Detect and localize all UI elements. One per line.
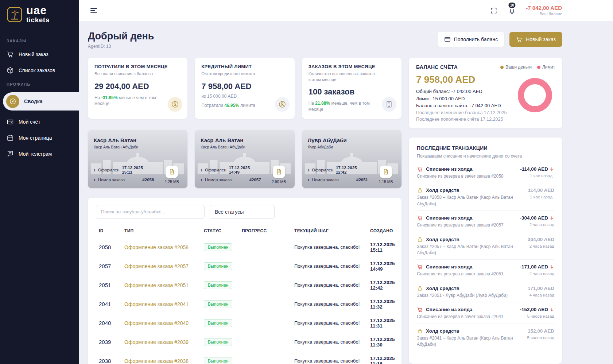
transaction-time: 5 часов назад bbox=[527, 314, 554, 318]
lock-icon bbox=[417, 236, 423, 243]
limit-legend-dot-icon bbox=[537, 66, 540, 69]
column-header-created: СОЗДАНО bbox=[367, 224, 410, 238]
table-row[interactable]: 2038 Оформление заказа #2038 Выполнен По… bbox=[96, 352, 410, 364]
order-type-link[interactable]: Оформление заказа #2058 bbox=[121, 238, 201, 257]
progress-cell bbox=[239, 314, 291, 333]
cart-icon bbox=[417, 306, 423, 313]
order-card-subtitle: Каср Аль Ватан АбуДаби bbox=[201, 145, 288, 149]
status-badge: Выполнен bbox=[204, 357, 232, 364]
recent-order-card[interactable]: Каср Аль Ватан Каср Аль Ватан АбуДаби › … bbox=[88, 130, 187, 188]
sidebar-item-new-order[interactable]: Новый заказ bbox=[0, 46, 79, 62]
balance-display[interactable]: -7 042,00 AED Ваш баланс bbox=[526, 5, 562, 16]
order-number-value: #2051 bbox=[356, 178, 373, 182]
transaction-description: Списание из резерва в зачет заказа #2051 bbox=[417, 271, 526, 277]
sidebar-item-label: Сводка bbox=[24, 98, 43, 104]
cart-icon bbox=[7, 51, 14, 58]
table-row[interactable]: 2039 Оформление заказа #2039 Выполнен По… bbox=[96, 333, 410, 352]
transaction-amount: -152,00 AED bbox=[520, 307, 554, 312]
order-type-link[interactable]: Оформление заказа #2041 bbox=[121, 295, 201, 314]
card-icon bbox=[444, 36, 451, 43]
order-type-link[interactable]: Оформление заказа #2038 bbox=[121, 352, 201, 364]
transaction-description: Заказ #2057 – Каср Аль Ватан (Каср Аль В… bbox=[417, 244, 526, 256]
table-row[interactable]: 2040 Оформление заказа #2040 Выполнен По… bbox=[96, 314, 410, 333]
sidebar-item-my-account[interactable]: Мой счёт bbox=[0, 114, 79, 130]
transaction-item[interactable]: Холд средств 152,00 AED Заказ #2041 – Ка… bbox=[417, 324, 554, 351]
transaction-description: Списание из резерва в зачет заказа #2057 bbox=[417, 222, 526, 228]
stat-note: Потратили 46.95% лимита bbox=[201, 102, 268, 109]
search-input[interactable] bbox=[96, 205, 205, 219]
status-badge: Выполнен bbox=[204, 338, 232, 346]
cart-icon bbox=[516, 36, 523, 43]
sidebar-item-summary[interactable]: Сводка bbox=[3, 92, 79, 111]
money-legend-dot-icon bbox=[500, 66, 504, 69]
transaction-item[interactable]: Списание из холда -304,00 AED bbox=[417, 211, 554, 232]
stat-note: На 21.88% меньше, чем в том месяце bbox=[309, 100, 375, 113]
transaction-title: Списание из холда bbox=[426, 307, 517, 312]
table-row[interactable]: 2057 Оформление заказа #2057 Выполнен По… bbox=[96, 257, 410, 276]
stat-value: 7 958,00 AED bbox=[201, 82, 251, 91]
created-cell: 17.12.2025 15:11 bbox=[367, 238, 410, 257]
transaction-amount: -114,00 AED bbox=[520, 166, 554, 172]
transaction-item[interactable]: Холд средств 171,00 AED Заказ #2051 - Лу… bbox=[417, 281, 554, 302]
recent-order-card[interactable]: Лувр АбуДаби Лувр АбуДаби › Оформлен 17.… bbox=[302, 130, 401, 188]
chevron-right-icon: › bbox=[94, 178, 96, 182]
brand-logo[interactable]: uae tickets bbox=[0, 0, 79, 35]
stat-card-spent: ПОТРАТИЛИ В ЭТОМ МЕСЯЦЕ Все ваши списани… bbox=[88, 58, 187, 119]
fullscreen-button[interactable] bbox=[489, 6, 498, 15]
order-id-cell: 2039 bbox=[96, 333, 121, 352]
arrow-down-icon bbox=[549, 307, 554, 312]
sidebar-item-label: Мой телеграм bbox=[19, 151, 52, 157]
transaction-item[interactable]: Списание из холда -114,00 AED bbox=[417, 162, 554, 183]
stat-card-orders-count: ЗАКАЗОВ В ЭТОМ МЕСЯЦЕ Количество выполне… bbox=[302, 58, 401, 119]
order-id-cell: 2041 bbox=[96, 295, 121, 314]
legend-money: Ваши деньги bbox=[500, 65, 532, 70]
transaction-item[interactable]: Списание из холда -152,00 AED bbox=[417, 302, 554, 324]
table-row[interactable]: 2041 Оформление заказа #2041 Выполнен По… bbox=[96, 295, 410, 314]
recent-order-card[interactable]: Каср Аль Ватан Каср Аль Ватан АбуДаби › … bbox=[195, 130, 294, 188]
stat-note: На -31.85% меньше чем в том месяце bbox=[94, 95, 161, 107]
transaction-amount: -304,00 AED bbox=[520, 215, 554, 221]
order-card-title: Лувр АбуДаби bbox=[308, 137, 396, 143]
last-topup-line: Последнее пополнение счёта 17.12.2025 bbox=[416, 117, 513, 122]
recent-orders-row: Каср Аль Ватан Каср Аль Ватан АбуДаби › … bbox=[88, 130, 401, 188]
current-step-cell: Покупка завершена, спасибо! bbox=[291, 276, 367, 295]
status-filter-select[interactable]: Все статусы bbox=[210, 205, 275, 219]
topbar: 10 -7 042,00 AED Ваш баланс bbox=[79, 0, 613, 21]
order-type-link[interactable]: Оформление заказа #2040 bbox=[121, 314, 201, 333]
table-row[interactable]: 2051 Оформление заказа #2051 Выполнен По… bbox=[96, 276, 410, 295]
agent-id: AgentID: 13 bbox=[88, 44, 154, 49]
transaction-item[interactable]: Холд средств 114,00 AED Заказ #2058 – Ка… bbox=[417, 183, 554, 211]
transaction-item[interactable]: Списание из холда -171,00 AED bbox=[417, 260, 554, 281]
transaction-description: Списание из резерва в зачет заказа #2058 bbox=[417, 173, 526, 179]
brand-name: uae tickets bbox=[26, 5, 50, 24]
table-row[interactable]: 2058 Оформление заказа #2058 Выполнен По… bbox=[96, 238, 410, 257]
transaction-time: 5 часов назад bbox=[527, 336, 554, 340]
order-type-link[interactable]: Оформление заказа #2057 bbox=[121, 257, 201, 276]
site-currency-balance-line: Баланс в валюте сайта: -7 042.00 AED bbox=[416, 103, 513, 108]
nav-section-profile-title: ПРОФИЛЬ bbox=[0, 78, 79, 90]
transaction-title: Холд средств bbox=[426, 237, 525, 242]
page-title: Добрый день bbox=[88, 31, 154, 42]
notifications-button[interactable]: 10 bbox=[508, 6, 516, 15]
order-card-subtitle: Лувр АбуДаби bbox=[308, 145, 396, 149]
ticket-file-button[interactable] bbox=[273, 166, 285, 178]
order-type-link[interactable]: Оформление заказа #2039 bbox=[121, 333, 201, 352]
new-order-button[interactable]: Новый заказ bbox=[509, 32, 562, 47]
transactions-title: ПОСЛЕДНИЕ ТРАНЗАКЦИИ bbox=[417, 145, 554, 151]
sidebar-item-order-list[interactable]: Список заказов bbox=[0, 62, 79, 78]
order-type-link[interactable]: Оформление заказа #2051 bbox=[121, 276, 201, 295]
wallet-icon bbox=[7, 118, 14, 125]
lock-icon bbox=[417, 187, 423, 193]
nav-section-orders-title: ЗАКАЗЫ bbox=[0, 35, 79, 46]
topup-balance-button[interactable]: Пополнить баланс bbox=[438, 32, 504, 47]
ticket-file-button[interactable] bbox=[166, 166, 178, 178]
transaction-title: Списание из холда bbox=[426, 166, 517, 172]
sidebar-item-my-telegram[interactable]: Мой телеграм bbox=[0, 146, 79, 162]
ticket-file-button[interactable] bbox=[380, 166, 392, 178]
sidebar-item-my-page[interactable]: Моя страница bbox=[0, 130, 79, 146]
menu-toggle-button[interactable] bbox=[89, 7, 98, 15]
chevron-right-icon: › bbox=[201, 178, 202, 182]
column-header-type: ТИП bbox=[121, 224, 201, 238]
transaction-item[interactable]: Холд средств 304,00 AED Заказ #2057 – Ка… bbox=[417, 232, 554, 260]
cart-icon bbox=[417, 166, 423, 172]
